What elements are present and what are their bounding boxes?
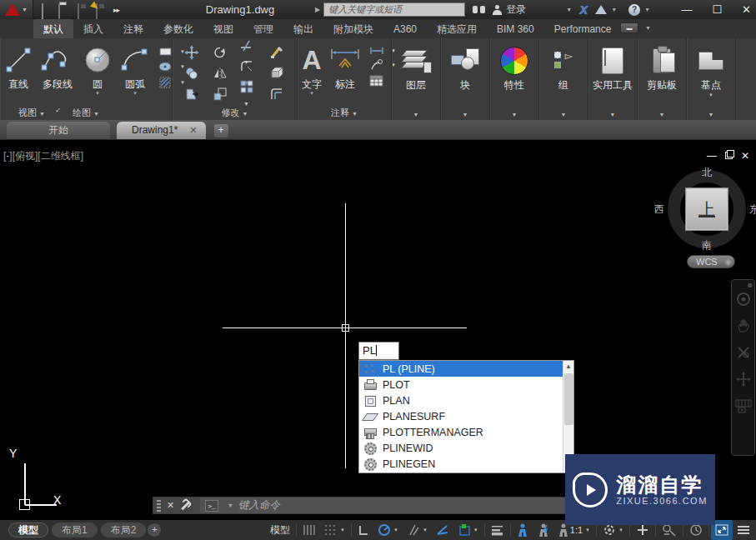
model-space-button[interactable]: 模型 (266, 520, 294, 540)
panel-expand-caret-icon[interactable]: ▼ (659, 112, 665, 118)
app-menu-button[interactable]: ▼ (0, 0, 33, 19)
ribbon-tab[interactable]: BIM 360 (487, 19, 544, 38)
scale-button[interactable] (213, 87, 228, 102)
orbit-icon[interactable] (736, 372, 751, 390)
explode-button[interactable] (269, 66, 284, 81)
suggestion-item[interactable]: PLAN (359, 392, 563, 408)
suggestion-item[interactable]: PL (PLINE) (359, 361, 563, 377)
exchange-apps-button[interactable]: X (579, 2, 588, 17)
search-history-caret-icon[interactable]: ▶ (315, 6, 320, 13)
panel-expand-caret-icon[interactable]: ▼ (413, 112, 419, 118)
polar-tracking-toggle[interactable]: ▼ (373, 520, 403, 540)
new-drawing-tab-button[interactable]: + (214, 124, 228, 138)
command-bar-grip[interactable] (157, 500, 161, 512)
scroll-up-icon[interactable]: ▲ (563, 361, 573, 372)
minimize-button[interactable]: — (681, 0, 692, 19)
search-button[interactable] (473, 6, 485, 14)
panel-expand-caret-icon[interactable]: ▼ (610, 112, 616, 118)
panel-title-view[interactable]: 视图▼ ➘ (0, 106, 63, 119)
ribbon-tab[interactable]: 参数化 (153, 19, 203, 38)
suggestion-item[interactable]: PLINEGEN (359, 456, 563, 472)
help-button[interactable]: ? (628, 4, 640, 16)
new-file-button[interactable] (40, 4, 53, 16)
showmotion-icon[interactable] (735, 398, 752, 417)
suggestion-item[interactable]: PLINEWID (359, 440, 563, 456)
isodraft-toggle[interactable]: ▼ (403, 520, 432, 540)
panel-expand-caret-icon[interactable]: ▼ (708, 112, 714, 118)
pan-icon[interactable] (736, 318, 751, 337)
lineweight-toggle[interactable] (487, 520, 508, 540)
sign-in-button[interactable]: 登录 (493, 2, 526, 17)
command-bar-close-icon[interactable]: ✕ (167, 500, 174, 511)
scrollbar-thumb[interactable] (564, 373, 573, 425)
layout-tab[interactable]: 模型 (8, 522, 48, 538)
osnap-tracking-toggle[interactable] (432, 520, 453, 540)
offset-button[interactable] (269, 87, 284, 102)
ribbon-panel-big-button[interactable]: 基点 ▼ ▼ (687, 38, 736, 120)
ribbon-tab[interactable]: 管理 (243, 19, 283, 38)
close-button[interactable]: ✕ (742, 0, 751, 19)
navwheel-icon[interactable] (736, 292, 751, 310)
drawing-minimize-button[interactable]: — (707, 150, 717, 162)
ribbon-tab[interactable]: 视图 (203, 19, 243, 38)
wcs-dropdown[interactable]: WCS (687, 255, 735, 268)
sign-in-caret-icon[interactable]: ▼ (566, 7, 572, 12)
panel-view-launcher-icon[interactable]: ➘ (52, 108, 65, 113)
erase-button[interactable] (269, 45, 284, 60)
command-input-area[interactable]: >_ ▼ 键入命令 (200, 498, 567, 513)
dimension-button[interactable]: 标注 (326, 41, 364, 97)
navigation-bar[interactable]: ⊗ (731, 279, 755, 456)
move-button[interactable] (184, 45, 199, 60)
recent-commands-icon[interactable]: >_ (205, 500, 218, 512)
mirror-button[interactable] (213, 66, 228, 81)
a360-button[interactable] (595, 5, 607, 14)
suggestion-item[interactable]: PLANESURF (359, 408, 563, 424)
drawing-close-button[interactable]: ✕ (741, 150, 749, 162)
recent-commands-caret-icon[interactable]: ▼ (228, 502, 233, 508)
ribbon-panel-big-button[interactable]: 特性 ▼ (490, 38, 539, 120)
osnap-toggle[interactable]: ▼ (453, 520, 483, 540)
panel-expand-caret-icon[interactable]: ▼ (512, 112, 518, 118)
drawing-restore-button[interactable] (725, 152, 733, 159)
ribbon-tab[interactable]: Performance (544, 19, 622, 38)
ribbon-tab[interactable]: 精选应用 (427, 19, 487, 38)
customize-status-button[interactable] (733, 520, 754, 540)
stretch-button[interactable] (184, 87, 199, 102)
file-tab-close-icon[interactable]: ✕ (189, 122, 197, 139)
ribbon-tab[interactable]: 默认 (33, 19, 73, 38)
new-layout-button[interactable]: + (148, 523, 161, 537)
ribbon-panel-big-button[interactable]: 图层 ▼ (392, 38, 441, 120)
panel-expand-caret-icon[interactable]: ▼ (463, 112, 468, 118)
viewport-controls-label[interactable]: [-][俯视][二维线框] (3, 149, 83, 163)
ribbon-panel-big-button[interactable]: 块 ▼ (441, 38, 490, 120)
save-button[interactable] (77, 4, 90, 16)
save-as-button[interactable] (95, 4, 108, 16)
zoom-icon[interactable] (736, 345, 751, 363)
rotate-button[interactable] (213, 45, 228, 60)
ribbon-panel-big-button[interactable]: ▻ 组 ▼ (539, 38, 588, 120)
line-button[interactable]: 直线 (2, 41, 35, 97)
ribbon-tab[interactable]: 附加模块 (323, 19, 383, 38)
grid-toggle[interactable] (298, 520, 320, 540)
viewcube-top-face[interactable]: 上 (685, 188, 728, 231)
suggestion-item[interactable]: PLOT (359, 377, 563, 392)
dynamic-command-input[interactable]: PL (358, 342, 399, 360)
annotation-autoscale-toggle[interactable] (533, 520, 554, 540)
customize-wrench-icon[interactable] (180, 501, 190, 511)
viewcube-west[interactable]: 西 (654, 202, 664, 217)
snap-toggle[interactable]: ▼ (320, 520, 349, 540)
open-file-button[interactable] (58, 4, 72, 16)
navbar-close-icon[interactable]: ⊗ (747, 282, 753, 289)
ribbon-collapse-button[interactable]: ▬ ▼ (620, 22, 651, 33)
ribbon-tab[interactable]: A360 (383, 19, 427, 38)
circle-button[interactable]: 圆 ▼ (80, 41, 115, 97)
ortho-toggle[interactable] (353, 520, 373, 540)
layout-tab[interactable]: 布局2 (101, 522, 147, 538)
polyline-button[interactable]: 多段线 (37, 41, 78, 97)
suggestion-item[interactable]: PLOTTERMANAGER (359, 424, 563, 440)
panel-expand-caret-icon[interactable]: ▼ (561, 112, 567, 118)
annotation-visibility-toggle[interactable] (513, 520, 533, 540)
ribbon-tab[interactable]: 输出 (283, 19, 323, 38)
layout-tab[interactable]: 布局1 (52, 522, 98, 538)
viewcube-south[interactable]: 南 (702, 238, 712, 252)
